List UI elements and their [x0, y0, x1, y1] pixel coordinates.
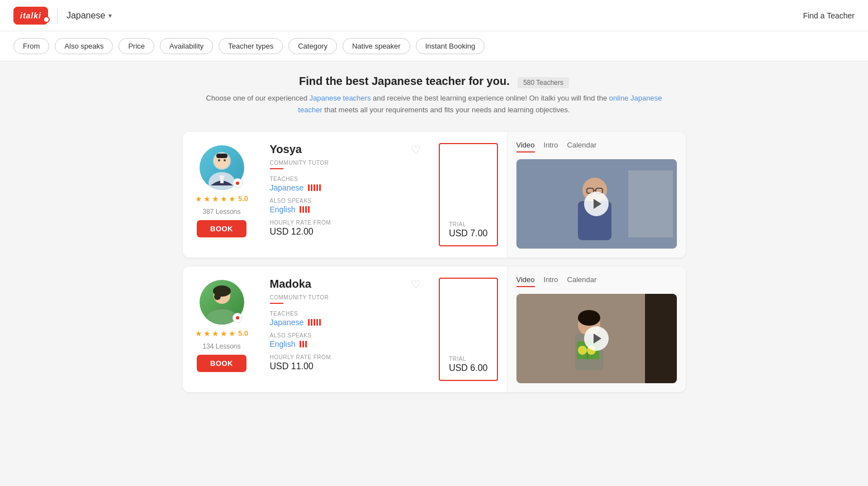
card-top-row: Madoka ♡ — [270, 278, 421, 291]
svg-rect-3 — [216, 154, 227, 158]
play-icon — [594, 333, 601, 344]
trial-price: USD 6.00 — [449, 363, 487, 373]
price-section: HOURLY RATE FROM USD 11.00 — [270, 354, 421, 371]
card-top-row: Yosya ♡ — [270, 143, 421, 156]
chevron-down-icon: ▾ — [108, 12, 112, 20]
flag-icon — [233, 178, 243, 188]
teacher-count-badge: 580 Teachers — [518, 77, 569, 88]
teacher-role: COMMUNITY TUTOR — [270, 294, 421, 301]
role-underline — [270, 168, 283, 169]
page-description: Choose one of our experienced Japanese t… — [194, 93, 675, 116]
main-content: Find the best Japanese teacher for you. … — [0, 61, 868, 406]
role-underline — [270, 303, 283, 304]
card-middle: Yosya ♡ COMMUNITY TUTOR TEACHES Japanese — [261, 132, 430, 258]
teacher-name[interactable]: Yosya — [270, 143, 302, 156]
teaches-value: Japanese — [270, 183, 421, 192]
page-header: Find the best Japanese teacher for you. … — [34, 75, 834, 116]
book-button[interactable]: BOOK — [197, 355, 246, 372]
svg-rect-20 — [645, 294, 677, 383]
lessons-count: 134 Lessons — [202, 342, 240, 350]
trial-price: USD 7.00 — [449, 228, 487, 239]
filter-pill-category[interactable]: Category — [288, 38, 337, 54]
filter-bar: FromAlso speaksPriceAvailabilityTeacher … — [0, 31, 868, 61]
video-tabs: Video Intro Calendar — [516, 141, 677, 153]
video-thumbnail[interactable] — [516, 159, 677, 249]
also-speaks-value: English — [270, 205, 421, 214]
book-button[interactable]: BOOK — [197, 220, 246, 237]
filter-pill-instant-booking[interactable]: Instant Booking — [416, 38, 485, 54]
page-title: Find the best Japanese teacher for you. — [299, 75, 510, 87]
flag-icon — [233, 313, 243, 323]
card-right: Video Intro Calendar — [507, 266, 686, 392]
also-speaks-label: ALSO SPEAKS — [270, 198, 421, 204]
speaks-bars — [300, 341, 307, 347]
japan-flag — [234, 314, 241, 322]
teacher-name[interactable]: Madoka — [270, 278, 311, 290]
svg-point-17 — [214, 293, 221, 300]
card-left: ★ ★ ★ ★ ★ 5.0 387 Lessons BOOK — [183, 132, 261, 258]
tab-video[interactable]: Video — [516, 141, 535, 153]
video-tabs: Video Intro Calendar — [516, 275, 677, 287]
filter-pill-availability[interactable]: Availability — [160, 38, 213, 54]
rating-value: 5.0 — [238, 329, 248, 337]
video-thumbnail[interactable] — [516, 294, 677, 383]
star-rating: ★ ★ ★ ★ ★ 5.0 — [195, 329, 248, 338]
filter-pill-also-speaks[interactable]: Also speaks — [55, 38, 113, 54]
svg-rect-8 — [628, 170, 673, 237]
filter-pill-teacher-types[interactable]: Teacher types — [219, 38, 283, 54]
star-rating: ★ ★ ★ ★ ★ 5.0 — [195, 194, 248, 203]
teaches-value: Japanese — [270, 318, 421, 327]
header: italki Japanese ▾ Find a Teacher — [0, 0, 868, 31]
proficiency-bars — [308, 184, 321, 191]
teacher-card: ★ ★ ★ ★ ★ 5.0 387 Lessons BOOK Yosya ♡ C — [183, 132, 686, 258]
language-label: Japanese — [67, 11, 105, 21]
language-selector[interactable]: Japanese ▾ — [67, 11, 112, 21]
card-right: Video Intro Calendar — [507, 132, 686, 258]
teaches-label: TEACHES — [270, 311, 421, 317]
price-section: HOURLY RATE FROM USD 12.00 — [270, 220, 421, 237]
favorite-button[interactable]: ♡ — [411, 278, 421, 291]
find-teacher-link[interactable]: Find a Teacher — [803, 11, 855, 20]
favorite-button[interactable]: ♡ — [411, 143, 421, 156]
hourly-rate: USD 11.00 — [270, 361, 421, 371]
filter-pill-from[interactable]: From — [13, 38, 49, 54]
play-button[interactable] — [584, 326, 609, 351]
hourly-label: HOURLY RATE FROM — [270, 220, 421, 226]
tab-intro[interactable]: Intro — [544, 141, 558, 153]
trial-label: TRIAL — [449, 221, 487, 227]
japan-flag — [234, 179, 241, 187]
hourly-rate: USD 12.00 — [270, 227, 421, 237]
logo[interactable]: italki — [13, 11, 48, 21]
tab-calendar[interactable]: Calendar — [567, 141, 597, 153]
avatar-wrapper — [200, 280, 244, 325]
proficiency-bars — [308, 319, 321, 326]
trial-label: TRIAL — [449, 356, 487, 362]
svg-point-4 — [218, 159, 220, 161]
tab-calendar[interactable]: Calendar — [567, 275, 597, 287]
teacher-name-section: Yosya — [270, 143, 302, 156]
filter-pill-native-speaker[interactable]: Native speaker — [343, 38, 410, 54]
also-speaks-label: ALSO SPEAKS — [270, 332, 421, 339]
lessons-count: 387 Lessons — [202, 208, 240, 216]
card-left: ★ ★ ★ ★ ★ 5.0 134 Lessons BOOK — [183, 266, 261, 392]
hourly-label: HOURLY RATE FROM — [270, 354, 421, 360]
svg-point-22 — [578, 310, 600, 326]
teacher-role: COMMUNITY TUTOR — [270, 160, 421, 166]
filter-pill-price[interactable]: Price — [118, 38, 154, 54]
teacher-name-section: Madoka — [270, 278, 311, 290]
svg-point-5 — [224, 159, 226, 161]
tab-intro[interactable]: Intro — [544, 275, 558, 287]
speaks-bars — [300, 206, 310, 213]
avatar-wrapper — [200, 145, 244, 190]
teacher-list: ★ ★ ★ ★ ★ 5.0 387 Lessons BOOK Yosya ♡ C — [183, 132, 686, 392]
rating-value: 5.0 — [238, 194, 248, 203]
header-divider — [57, 8, 58, 23]
teacher-card: ★ ★ ★ ★ ★ 5.0 134 Lessons BOOK Madoka ♡ — [183, 266, 686, 392]
tab-video[interactable]: Video — [516, 275, 535, 287]
trial-box: TRIAL USD 6.00 — [439, 278, 497, 381]
play-button[interactable] — [584, 192, 609, 216]
header-left: italki Japanese ▾ — [13, 8, 112, 23]
card-middle: Madoka ♡ COMMUNITY TUTOR TEACHES Japanes… — [261, 266, 430, 392]
desc-link1[interactable]: Japanese teachers — [310, 94, 371, 102]
teaches-label: TEACHES — [270, 176, 421, 182]
